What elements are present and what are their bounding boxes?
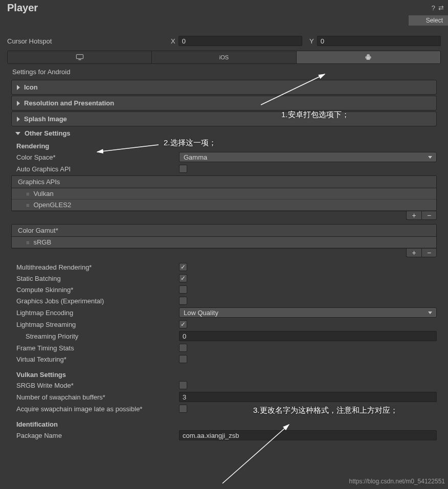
graphics-jobs-checkbox[interactable]	[179, 297, 187, 305]
page-title: Player	[7, 2, 38, 14]
monitor-icon	[76, 54, 84, 61]
annotation-3: 3.更改名字为这种格式，注意和上方对应；	[253, 406, 398, 415]
preset-icon[interactable]: ⇄	[438, 4, 444, 12]
color-space-dropdown[interactable]: Gamma	[179, 152, 437, 162]
package-name-label: Package Name	[16, 432, 179, 439]
cursor-y-input[interactable]	[317, 36, 441, 46]
static-batching-checkbox[interactable]: ✓	[179, 274, 187, 282]
cursor-hotspot-label: Cursor Hotspot	[7, 37, 171, 45]
help-icon[interactable]: ?	[432, 4, 435, 12]
acquire-late-checkbox[interactable]	[179, 405, 187, 413]
remove-api-button[interactable]: −	[421, 211, 437, 220]
annotation-1: 1.安卓打包选项下；	[281, 110, 349, 120]
tab-ios[interactable]: iOS	[152, 51, 296, 63]
virtual-texturing-label: Virtual Texturing*	[16, 355, 179, 363]
virtual-texturing-checkbox[interactable]	[179, 355, 187, 363]
foldout-other-settings[interactable]: Other Settings	[15, 127, 437, 139]
streaming-priority-input[interactable]	[179, 331, 437, 341]
auto-graphics-label: Auto Graphics API	[16, 165, 179, 173]
platform-tabs: iOS	[7, 51, 441, 64]
drag-handle-icon[interactable]: ≡	[26, 239, 28, 246]
swapchain-buffers-label: Number of swapchain buffers*	[16, 393, 179, 401]
compute-skinning-checkbox[interactable]	[179, 285, 187, 294]
svg-rect-0	[76, 55, 83, 59]
multithreaded-checkbox[interactable]: ✓	[179, 263, 187, 271]
color-space-label: Color Space*	[16, 153, 179, 161]
svg-rect-1	[78, 59, 81, 60]
graphics-jobs-label: Graphics Jobs (Experimental)	[16, 297, 179, 305]
rendering-heading: Rendering	[0, 140, 448, 151]
y-label: Y	[309, 37, 314, 45]
remove-gamut-button[interactable]: −	[421, 248, 437, 257]
streaming-priority-label: Streaming Priority	[16, 332, 179, 340]
auto-graphics-checkbox[interactable]	[179, 165, 187, 173]
lightmap-streaming-label: Lightmap Streaming	[16, 321, 179, 328]
compute-skinning-label: Compute Skinning*	[16, 286, 179, 294]
foldout-resolution[interactable]: Resolution and Presentation	[11, 96, 437, 110]
add-api-button[interactable]: +	[406, 211, 421, 220]
frame-timing-checkbox[interactable]	[179, 344, 187, 352]
color-gamut-list: Color Gamut* ≡sRGB	[11, 224, 437, 249]
list-item[interactable]: ≡Vulkan	[12, 188, 436, 199]
srgb-write-label: SRGB Write Mode*	[16, 382, 179, 389]
lightmap-encoding-label: Lightmap Encoding	[16, 309, 179, 317]
graphics-apis-header: Graphics APIs	[12, 176, 436, 188]
x-label: X	[171, 37, 175, 45]
tab-standalone[interactable]	[8, 51, 152, 63]
tab-android[interactable]	[297, 51, 440, 63]
android-icon	[364, 54, 372, 61]
add-gamut-button[interactable]: +	[406, 248, 421, 257]
package-name-input[interactable]	[179, 430, 437, 440]
lightmap-encoding-dropdown[interactable]: Low Quality	[179, 307, 437, 318]
list-item[interactable]: ≡sRGB	[12, 237, 436, 248]
frame-timing-label: Frame Timing Stats	[16, 344, 179, 352]
vulkan-heading: Vulkan Settings	[0, 369, 448, 380]
select-button[interactable]: Select	[409, 15, 448, 26]
srgb-write-checkbox[interactable]	[179, 381, 187, 389]
annotation-2: 2.选择这一项；	[164, 138, 216, 148]
settings-for-label: Settings for Android	[0, 64, 448, 79]
watermark: https://blog.csdn.net/m0_54122551	[349, 478, 445, 485]
acquire-late-label: Acquire swapchain image late as possible…	[16, 405, 179, 413]
foldout-icon[interactable]: Icon	[11, 80, 437, 95]
cursor-x-input[interactable]	[178, 36, 302, 46]
lightmap-streaming-checkbox[interactable]: ✓	[179, 320, 187, 328]
list-item[interactable]: ≡OpenGLES2	[12, 199, 436, 211]
swapchain-buffers-input[interactable]	[179, 392, 437, 402]
graphics-apis-list: Graphics APIs ≡Vulkan ≡OpenGLES2	[11, 175, 437, 211]
drag-handle-icon[interactable]: ≡	[26, 191, 28, 197]
foldout-splash[interactable]: Splash Image	[11, 112, 437, 126]
multithreaded-label: Multithreaded Rendering*	[16, 263, 179, 271]
drag-handle-icon[interactable]: ≡	[26, 202, 28, 208]
color-gamut-header: Color Gamut*	[12, 225, 436, 237]
identification-heading: Identification	[0, 418, 448, 429]
static-batching-label: Static Batching	[16, 275, 179, 282]
